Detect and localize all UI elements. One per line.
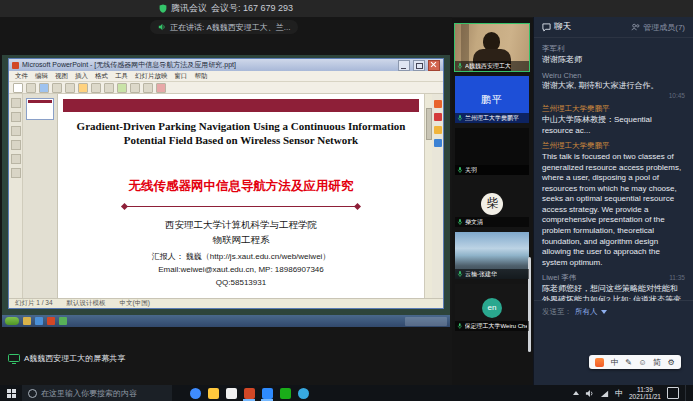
menu-item-format[interactable]: 格式 [95, 72, 108, 81]
file-explorer-icon[interactable] [208, 388, 219, 399]
toolbar-icon[interactable] [26, 83, 36, 93]
menu-item-window[interactable]: 窗口 [175, 72, 188, 81]
tray-ime-indicator[interactable]: 中 [615, 388, 623, 399]
wechat-app-icon[interactable] [280, 388, 291, 399]
slide-title-en: Gradient-Driven Parking Navigation Using… [72, 119, 410, 148]
ppt-title-bar[interactable]: Microsoft PowerPoint - [无线传感器网中信息导航方法及应用… [9, 59, 443, 71]
minimize-button[interactable] [398, 60, 410, 71]
ime-emoji-icon[interactable]: ☺ [638, 358, 646, 367]
action-center-icon[interactable] [667, 387, 679, 399]
toolbar-icon[interactable] [11, 112, 21, 122]
meeting-app-icon[interactable] [262, 388, 273, 399]
toolbar-icon[interactable] [143, 83, 153, 93]
powerpoint-window: Microsoft PowerPoint - [无线传感器网中信息导航方法及应用… [8, 58, 444, 309]
windows-logo-icon [7, 389, 16, 398]
task-pane-tab-icon[interactable] [434, 139, 442, 147]
toolbar-icon[interactable] [11, 126, 21, 136]
message-time: 11:35 [669, 274, 685, 281]
start-button[interactable] [0, 385, 22, 401]
speaking-indicator-text: 正在讲话: A魏魏西安理工大、兰... [170, 22, 290, 33]
chevron-down-icon [601, 310, 607, 314]
ime-simplified-toggle[interactable]: 简 [653, 357, 661, 368]
toolbar-icon[interactable] [130, 83, 140, 93]
message-text: 陈老师您好，想问这些策略能对性能和外界破坏能力如何? 比如: 信道状态等变了怎么… [542, 284, 685, 301]
sender-name: Weiru Chen [542, 71, 581, 80]
avatar-text: 鹏平 [481, 93, 503, 107]
toolbar-icon[interactable] [11, 98, 21, 108]
toolbar-icon[interactable] [11, 154, 21, 164]
taskbar-clock[interactable]: 11:39 2021/11/21 [629, 386, 661, 401]
powerpoint-app-icon[interactable] [244, 388, 255, 399]
maximize-button[interactable] [413, 60, 425, 71]
chat-message-list[interactable]: 李军利 谢谢陈老师 Weiru Chen 谢谢大家, 期待和大家进行合作。 10… [534, 37, 693, 301]
ime-logo-icon[interactable] [595, 358, 604, 367]
slide-canvas: Gradient-Driven Parking Navigation Using… [58, 94, 424, 298]
chat-message: 兰州理工大学樊鹏平 中山大学陈林教授：Sequential resource a… [542, 104, 685, 136]
taskbar-app-icon[interactable] [59, 317, 67, 325]
taskbar-app-icon[interactable] [35, 317, 43, 325]
tab-chat[interactable]: 聊天 [542, 21, 571, 33]
task-pane-tab-icon[interactable] [434, 113, 442, 121]
participant-name: 柴文清 [465, 218, 483, 227]
menu-item-help[interactable]: 帮助 [195, 72, 208, 81]
tray-expand-icon[interactable] [573, 391, 579, 395]
participant-tile[interactable]: en 保定理工大学Weiru Chen [455, 284, 529, 331]
tab-manage-members[interactable]: 管理成员(7) [631, 22, 685, 33]
ppt-scrollbar[interactable] [424, 94, 432, 298]
shield-icon [159, 4, 167, 13]
toolbar-icon[interactable] [11, 140, 21, 150]
system-tray [405, 317, 447, 326]
task-pane-tab-icon[interactable] [434, 126, 442, 134]
menu-item-slideshow[interactable]: 幻灯片放映 [135, 72, 168, 81]
menu-item-file[interactable]: 文件 [15, 72, 28, 81]
toolbar-icon[interactable] [78, 83, 88, 93]
volume-icon[interactable] [585, 389, 594, 398]
slide-contact-email: Email:weiwei@xaut.edu.cn, MP: 1898690734… [58, 264, 424, 277]
show-desktop-button[interactable] [685, 385, 690, 401]
participant-tile[interactable]: 云楠-张建华 [455, 232, 529, 279]
toolbar-icon[interactable] [91, 83, 101, 93]
mic-icon [457, 218, 463, 226]
app-icon[interactable] [226, 388, 237, 399]
slide-thumbnail-pane[interactable] [23, 94, 58, 298]
toolbar-icon[interactable] [65, 83, 75, 93]
chat-compose-area: 发送至： 所有人 [534, 300, 693, 385]
slide-presenter: 汇报人： 魏巍（http://js.xaut.edu.cn/web/weiwei… [58, 251, 424, 264]
send-to-selector[interactable]: 所有人 [575, 307, 607, 317]
participant-tile[interactable]: 鹏平 兰州理工大学樊鹏平 [455, 76, 529, 123]
close-button[interactable] [428, 60, 440, 71]
participant-tile[interactable]: 关羽 [455, 128, 529, 175]
ime-mode-toggle[interactable]: 中 [611, 357, 619, 368]
ime-pen-icon[interactable]: ✎ [625, 358, 632, 367]
toolbar-icon[interactable] [117, 83, 127, 93]
slide-contact-qq: QQ:58513931 [58, 277, 424, 290]
toolbar-icon[interactable] [39, 83, 49, 93]
toolbar-icon[interactable] [11, 168, 21, 178]
screen-share-label: A魏魏西安理工大的屏幕共享 [8, 353, 125, 364]
slide-org-line1: 西安理工大学计算机科学与工程学院 [58, 218, 424, 233]
menu-item-edit[interactable]: 编辑 [35, 72, 48, 81]
start-button[interactable] [5, 317, 19, 325]
task-pane-tab-icon[interactable] [434, 100, 442, 108]
toolbar-icon[interactable] [156, 83, 166, 93]
menu-item-view[interactable]: 视图 [55, 72, 68, 81]
taskbar-search[interactable]: 在这里输入你要搜索的内容 [22, 385, 172, 401]
network-icon[interactable] [600, 389, 609, 398]
participant-tile[interactable]: A魏魏西安理工大 [455, 24, 529, 71]
browser-app-icon[interactable] [190, 388, 201, 399]
ime-toolbar[interactable]: 中 ✎ ☺ 简 ⚙ [589, 355, 681, 369]
taskbar-app-icon[interactable] [47, 317, 55, 325]
toolbar-icon[interactable] [104, 83, 114, 93]
powerpoint-app-icon [12, 62, 19, 69]
message-text: 谢谢大家, 期待和大家进行合作。 [542, 81, 685, 92]
qq-app-icon[interactable] [298, 388, 309, 399]
menu-item-insert[interactable]: 插入 [75, 72, 88, 81]
toolbar-icon[interactable] [13, 83, 23, 93]
toolbar-icon[interactable] [52, 83, 62, 93]
participant-name: 保定理工大学Weiru Chen [465, 322, 527, 331]
menu-item-tools[interactable]: 工具 [115, 72, 128, 81]
participant-tile[interactable]: 柴 柴文清 [455, 180, 529, 227]
slide-thumbnail[interactable] [26, 98, 54, 120]
ime-settings-icon[interactable]: ⚙ [667, 358, 674, 367]
taskbar-app-icon[interactable] [23, 317, 31, 325]
